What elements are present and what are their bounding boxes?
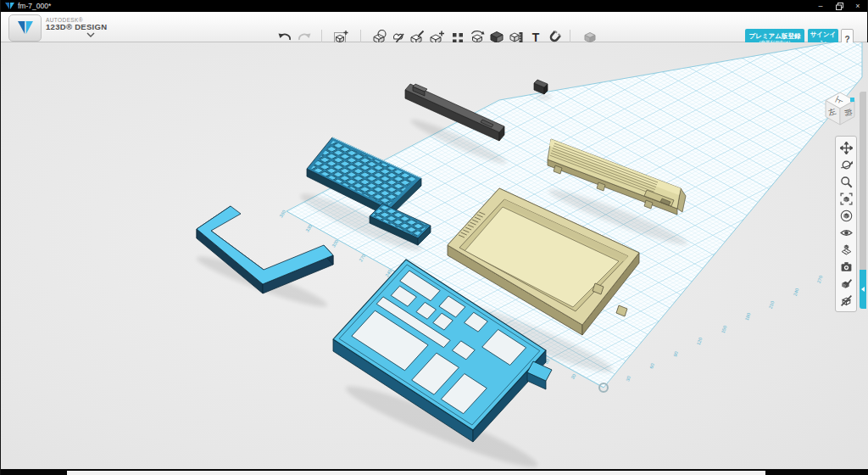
chevron-down-icon[interactable] bbox=[86, 32, 95, 37]
outline-toggle-tool[interactable] bbox=[837, 292, 854, 309]
screenshot-tool[interactable] bbox=[837, 258, 854, 275]
visibility-tool[interactable] bbox=[837, 224, 854, 241]
camera-icon bbox=[840, 260, 853, 273]
window-bottom-edge bbox=[1, 469, 868, 475]
parts-bin-flyout-handle[interactable] bbox=[860, 270, 866, 309]
hide-outline-icon bbox=[840, 294, 853, 307]
svg-text:180: 180 bbox=[744, 312, 752, 321]
material-edit-tool[interactable] bbox=[837, 275, 854, 292]
fit-icon bbox=[840, 193, 853, 205]
grid-icon bbox=[840, 243, 853, 256]
arrow-left-icon bbox=[861, 287, 865, 292]
app-logo-icon bbox=[5, 3, 14, 10]
main-toolbar: AUTODESK® 123D® DESIGN bbox=[1, 12, 867, 42]
viewport: 30 60 90 120 150 180 210 240 270 300 330… bbox=[1, 42, 868, 469]
svg-text:30: 30 bbox=[570, 373, 576, 380]
orbit-icon bbox=[840, 159, 853, 171]
magnifier-icon bbox=[840, 176, 853, 188]
svg-text:30: 30 bbox=[625, 376, 632, 383]
title-bar: fm-7_000* – × bbox=[1, 0, 867, 12]
app-menu-logo[interactable] bbox=[8, 14, 42, 42]
pan-icon bbox=[840, 142, 853, 154]
window-title: fm-7_000* bbox=[18, 2, 51, 10]
minimize-button[interactable]: – bbox=[811, 0, 830, 12]
eye-icon bbox=[840, 226, 853, 239]
part-small-block[interactable] bbox=[534, 80, 548, 94]
look-at-tool[interactable] bbox=[837, 207, 854, 224]
parts-bin-track bbox=[860, 92, 866, 270]
brand-text: AUTODESK® 123D® DESIGN bbox=[46, 17, 107, 32]
view-cube[interactable]: 上 左 前 bbox=[818, 88, 862, 132]
svg-text:210: 210 bbox=[768, 300, 776, 310]
bottom-strip bbox=[67, 471, 765, 475]
svg-text:270: 270 bbox=[816, 275, 824, 284]
svg-text:120: 120 bbox=[696, 337, 704, 346]
close-button[interactable]: × bbox=[849, 0, 867, 12]
view-cube-corner-marker[interactable] bbox=[850, 98, 854, 102]
orbit-tool[interactable] bbox=[837, 156, 854, 173]
brand-product: 123D® DESIGN bbox=[46, 23, 107, 32]
123d-logo-icon bbox=[15, 19, 36, 37]
restore-icon bbox=[836, 3, 843, 10]
3d-canvas[interactable]: 30 60 90 120 150 180 210 240 270 300 330… bbox=[1, 42, 868, 469]
restore-button[interactable] bbox=[830, 0, 849, 12]
zoom-tool[interactable] bbox=[837, 173, 854, 190]
svg-text:360: 360 bbox=[278, 209, 287, 218]
view-tool-panel bbox=[835, 136, 857, 312]
look-at-icon bbox=[840, 210, 853, 222]
svg-text:90: 90 bbox=[672, 351, 679, 358]
svg-text:60: 60 bbox=[648, 363, 655, 370]
svg-text:240: 240 bbox=[793, 288, 800, 297]
fit-tool[interactable] bbox=[837, 190, 854, 207]
svg-text:150: 150 bbox=[721, 325, 728, 334]
material-brush-icon bbox=[840, 277, 853, 290]
pan-tool[interactable] bbox=[837, 139, 854, 156]
grid-toggle-tool[interactable] bbox=[837, 241, 854, 258]
premium-label: プレミアム版登録 bbox=[745, 33, 804, 40]
